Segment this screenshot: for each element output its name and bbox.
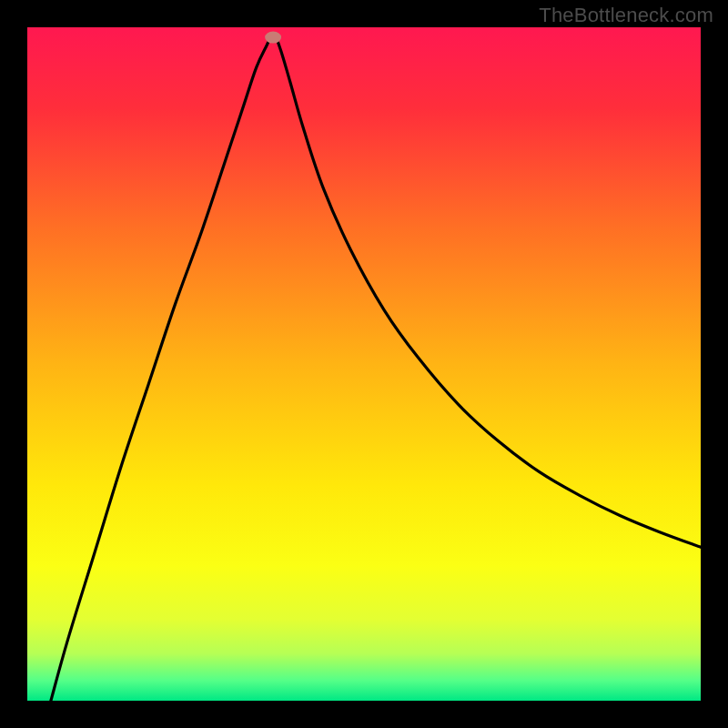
chart-stage: TheBottleneck.com xyxy=(0,0,728,728)
minimum-marker xyxy=(265,32,281,44)
chart-svg xyxy=(0,0,728,728)
plot-background xyxy=(27,27,701,701)
watermark-text: TheBottleneck.com xyxy=(539,4,713,27)
